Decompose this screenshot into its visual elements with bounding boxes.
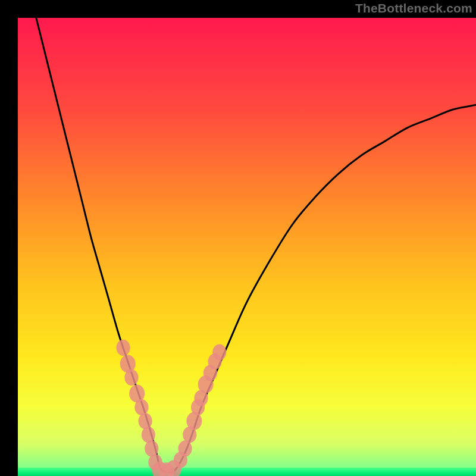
- curve-marker: [134, 399, 148, 415]
- curve-markers: [117, 340, 227, 476]
- curve-marker: [117, 340, 130, 356]
- curve-marker: [142, 427, 155, 443]
- bottleneck-curve: [36, 18, 476, 472]
- curve-marker: [124, 369, 138, 386]
- plot-area: [18, 18, 476, 476]
- curve-layer: [18, 18, 476, 476]
- curve-marker: [212, 345, 226, 361]
- curve-marker: [145, 440, 158, 456]
- chart-frame: TheBottleneck.com: [0, 0, 476, 476]
- curve-marker: [139, 413, 152, 429]
- watermark-text: TheBottleneck.com: [355, 1, 472, 15]
